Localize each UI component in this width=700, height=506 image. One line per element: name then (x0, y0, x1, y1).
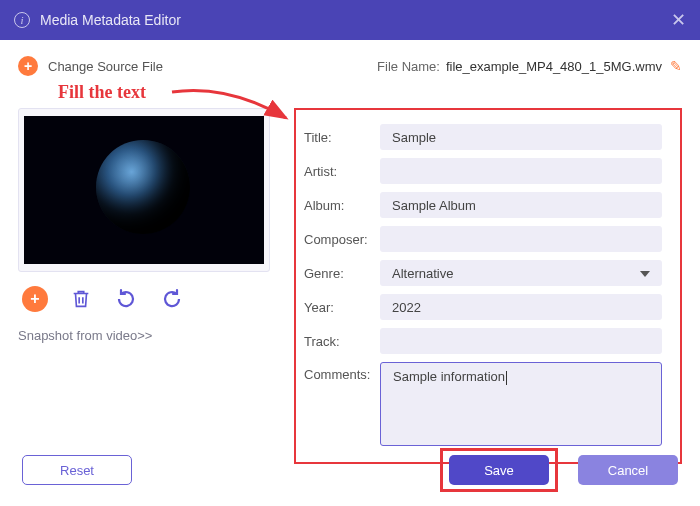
track-label: Track: (304, 334, 380, 349)
save-highlight: Save (440, 448, 558, 492)
change-source-icon[interactable]: + (18, 56, 38, 76)
reset-button[interactable]: Reset (22, 455, 132, 485)
title-input[interactable]: Sample (380, 124, 662, 150)
comments-label: Comments: (304, 362, 380, 382)
add-snapshot-button[interactable]: + (22, 286, 48, 312)
composer-input[interactable] (380, 226, 662, 252)
delete-icon[interactable] (70, 288, 92, 310)
artist-input[interactable] (380, 158, 662, 184)
annotation-fill-text: Fill the text (58, 82, 146, 103)
video-preview[interactable] (18, 108, 270, 272)
change-source-label[interactable]: Change Source File (48, 59, 163, 74)
left-panel: + Snapshot from video>> (18, 108, 272, 464)
album-input[interactable]: Sample Album (380, 192, 662, 218)
header-row: + Change Source File File Name: file_exa… (18, 52, 682, 80)
snapshot-link[interactable]: Snapshot from video>> (18, 328, 152, 343)
genre-select[interactable]: Alternative (380, 260, 662, 286)
year-label: Year: (304, 300, 380, 315)
preview-toolbar: + (18, 286, 184, 312)
metadata-form: Title: Sample Artist: Album: Sample Albu… (294, 108, 682, 464)
comments-textarea[interactable]: Sample information (380, 362, 662, 446)
file-name-value: file_example_MP4_480_1_5MG.wmv (446, 59, 662, 74)
year-input[interactable]: 2022 (380, 294, 662, 320)
album-label: Album: (304, 198, 380, 213)
rotate-right-icon[interactable] (160, 287, 184, 311)
genre-label: Genre: (304, 266, 380, 281)
save-button[interactable]: Save (449, 455, 549, 485)
edit-filename-icon[interactable]: ✎ (670, 58, 682, 74)
cancel-button[interactable]: Cancel (578, 455, 678, 485)
window-title: Media Metadata Editor (40, 12, 181, 28)
annotation-arrow-icon (168, 82, 298, 132)
composer-label: Composer: (304, 232, 380, 247)
close-icon[interactable]: ✕ (671, 9, 686, 31)
footer: Reset Save Cancel (0, 448, 700, 492)
artist-label: Artist: (304, 164, 380, 179)
track-input[interactable] (380, 328, 662, 354)
info-icon: i (14, 12, 30, 28)
title-bar: i Media Metadata Editor ✕ (0, 0, 700, 40)
rotate-left-icon[interactable] (114, 287, 138, 311)
title-label: Title: (304, 130, 380, 145)
file-name-label: File Name: (377, 59, 440, 74)
